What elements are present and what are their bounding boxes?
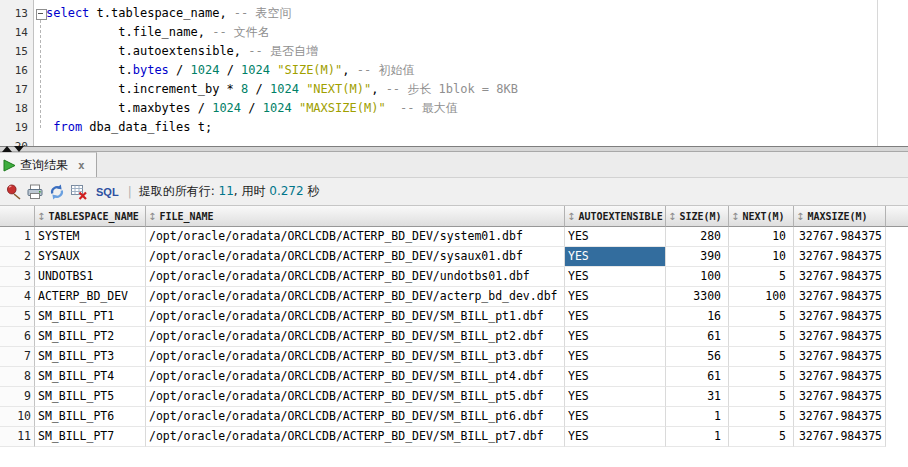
cell-auto[interactable]: YES xyxy=(565,227,666,247)
cell-file[interactable]: /opt/oracle/oradata/ORCLCDB/ACTERP_BD_DE… xyxy=(146,427,565,447)
cell-auto[interactable]: YES xyxy=(565,347,666,367)
cell-file[interactable]: /opt/oracle/oradata/ORCLCDB/ACTERP_BD_DE… xyxy=(146,287,565,307)
cell-max[interactable]: 32767.984375 xyxy=(794,347,886,367)
cell-file[interactable]: /opt/oracle/oradata/ORCLCDB/ACTERP_BD_DE… xyxy=(146,387,565,407)
cell-max[interactable]: 32767.984375 xyxy=(794,267,886,287)
row-number-cell[interactable]: 7 xyxy=(0,347,35,367)
cell-max[interactable]: 32767.984375 xyxy=(794,387,886,407)
column-header-tablespace-name[interactable]: ↕TABLESPACE_NAME xyxy=(35,206,146,227)
cell-size[interactable]: 3300 xyxy=(666,287,729,307)
pushpin-icon[interactable] xyxy=(4,183,22,201)
cell-auto[interactable]: YES xyxy=(565,287,666,307)
cell-max[interactable]: 32767.984375 xyxy=(794,367,886,387)
row-number-cell[interactable]: 10 xyxy=(0,407,35,427)
cell-next[interactable]: 10 xyxy=(729,227,794,247)
line-number: 17 xyxy=(0,80,28,99)
row-number-cell[interactable]: 2 xyxy=(0,247,35,267)
cell-auto[interactable]: YES xyxy=(565,387,666,407)
column-header-label: MAXSIZE(M) xyxy=(807,211,867,222)
row-number-cell[interactable]: 4 xyxy=(0,287,35,307)
cell-next[interactable]: 5 xyxy=(729,307,794,327)
row-number-cell[interactable]: 5 xyxy=(0,307,35,327)
clear-grid-icon[interactable] xyxy=(70,183,88,201)
cell-next[interactable]: 5 xyxy=(729,327,794,347)
column-header-maxsize-m-[interactable]: ↕MAXSIZE(M) xyxy=(794,206,886,227)
cell-file[interactable]: /opt/oracle/oradata/ORCLCDB/ACTERP_BD_DE… xyxy=(146,327,565,347)
cell-size[interactable]: 61 xyxy=(666,367,729,387)
code-line: 15 t.autoextensible, -- 是否自增 xyxy=(0,42,908,61)
cell-auto[interactable]: YES xyxy=(565,427,666,447)
cell-next[interactable]: 5 xyxy=(729,427,794,447)
cell-ts[interactable]: SYSTEM xyxy=(35,227,146,247)
row-filler xyxy=(886,367,908,387)
cell-next[interactable]: 5 xyxy=(729,367,794,387)
cell-auto[interactable]: YES xyxy=(565,367,666,387)
cell-ts[interactable]: SM_BILL_PT6 xyxy=(35,407,146,427)
cell-max[interactable]: 32767.984375 xyxy=(794,307,886,327)
cell-file[interactable]: /opt/oracle/oradata/ORCLCDB/ACTERP_BD_DE… xyxy=(146,227,565,247)
row-number-cell[interactable]: 11 xyxy=(0,427,35,447)
cell-ts[interactable]: SM_BILL_PT5 xyxy=(35,387,146,407)
cell-max[interactable]: 32767.984375 xyxy=(794,427,886,447)
cell-file[interactable]: /opt/oracle/oradata/ORCLCDB/ACTERP_BD_DE… xyxy=(146,367,565,387)
tab-query-result[interactable]: 查询结果 x xyxy=(0,152,97,177)
cell-size[interactable]: 390 xyxy=(666,247,729,267)
cell-max[interactable]: 32767.984375 xyxy=(794,287,886,307)
cell-next[interactable]: 10 xyxy=(729,247,794,267)
cell-ts[interactable]: SM_BILL_PT3 xyxy=(35,347,146,367)
column-header-next-m-[interactable]: ↕NEXT(M) xyxy=(729,206,794,227)
cell-size[interactable]: 1 xyxy=(666,427,729,447)
sort-icon: ↕ xyxy=(567,211,575,222)
row-number-cell[interactable]: 6 xyxy=(0,327,35,347)
cell-next[interactable]: 5 xyxy=(729,267,794,287)
cell-next[interactable]: 5 xyxy=(729,347,794,367)
cell-auto[interactable]: YES xyxy=(565,267,666,287)
refresh-icon[interactable] xyxy=(48,183,66,201)
column-header-size-m-[interactable]: ↕SIZE(M) xyxy=(666,206,729,227)
cell-size[interactable]: 280 xyxy=(666,227,729,247)
cell-auto[interactable]: YES xyxy=(565,407,666,427)
cell-size[interactable]: 31 xyxy=(666,387,729,407)
cell-file[interactable]: /opt/oracle/oradata/ORCLCDB/ACTERP_BD_DE… xyxy=(146,267,565,287)
column-header-file-name[interactable]: ↕FILE_NAME xyxy=(146,206,565,227)
cell-max[interactable]: 32767.984375 xyxy=(794,407,886,427)
cell-size[interactable]: 16 xyxy=(666,307,729,327)
row-number-cell[interactable]: 8 xyxy=(0,367,35,387)
cell-size[interactable]: 61 xyxy=(666,327,729,347)
cell-ts[interactable]: SM_BILL_PT2 xyxy=(35,327,146,347)
cell-ts[interactable]: UNDOTBS1 xyxy=(35,267,146,287)
cell-file[interactable]: /opt/oracle/oradata/ORCLCDB/ACTERP_BD_DE… xyxy=(146,407,565,427)
cell-size[interactable]: 1 xyxy=(666,407,729,427)
column-header-autoextensible[interactable]: ↕AUTOEXTENSIBLE xyxy=(565,206,666,227)
cell-size[interactable]: 100 xyxy=(666,267,729,287)
cell-ts[interactable]: SYSAUX xyxy=(35,247,146,267)
cell-ts[interactable]: SM_BILL_PT1 xyxy=(35,307,146,327)
sql-button[interactable]: SQL xyxy=(96,186,119,198)
cell-next[interactable]: 5 xyxy=(729,407,794,427)
cell-next[interactable]: 100 xyxy=(729,287,794,307)
cell-auto[interactable]: YES xyxy=(565,327,666,347)
cell-max[interactable]: 32767.984375 xyxy=(794,227,886,247)
cell-ts[interactable]: SM_BILL_PT7 xyxy=(35,427,146,447)
cell-auto[interactable]: YES xyxy=(565,247,666,267)
fold-collapse-icon[interactable] xyxy=(36,9,47,20)
cell-file[interactable]: /opt/oracle/oradata/ORCLCDB/ACTERP_BD_DE… xyxy=(146,347,565,367)
cell-file[interactable]: /opt/oracle/oradata/ORCLCDB/ACTERP_BD_DE… xyxy=(146,247,565,267)
row-number-header[interactable] xyxy=(0,206,35,227)
code-line: 19 from dba_data_files t; xyxy=(0,118,908,137)
row-number-cell[interactable]: 3 xyxy=(0,267,35,287)
cell-next[interactable]: 5 xyxy=(729,387,794,407)
tab-close-icon[interactable]: x xyxy=(78,159,85,172)
cell-auto[interactable]: YES xyxy=(565,307,666,327)
cell-max[interactable]: 32767.984375 xyxy=(794,247,886,267)
row-number-cell[interactable]: 1 xyxy=(0,227,35,247)
cell-max[interactable]: 32767.984375 xyxy=(794,327,886,347)
cell-size[interactable]: 56 xyxy=(666,347,729,367)
sql-editor[interactable]: 13select t.tablespace_name, -- 表空间14 t.f… xyxy=(0,0,908,146)
row-number-cell[interactable]: 9 xyxy=(0,387,35,407)
printer-icon[interactable] xyxy=(26,183,44,201)
cell-ts[interactable]: SM_BILL_PT4 xyxy=(35,367,146,387)
cell-ts[interactable]: ACTERP_BD_DEV xyxy=(35,287,146,307)
cell-file[interactable]: /opt/oracle/oradata/ORCLCDB/ACTERP_BD_DE… xyxy=(146,307,565,327)
results-toolbar: SQL | 提取的所有行: 11, 用时 0.272 秒 xyxy=(0,178,908,206)
